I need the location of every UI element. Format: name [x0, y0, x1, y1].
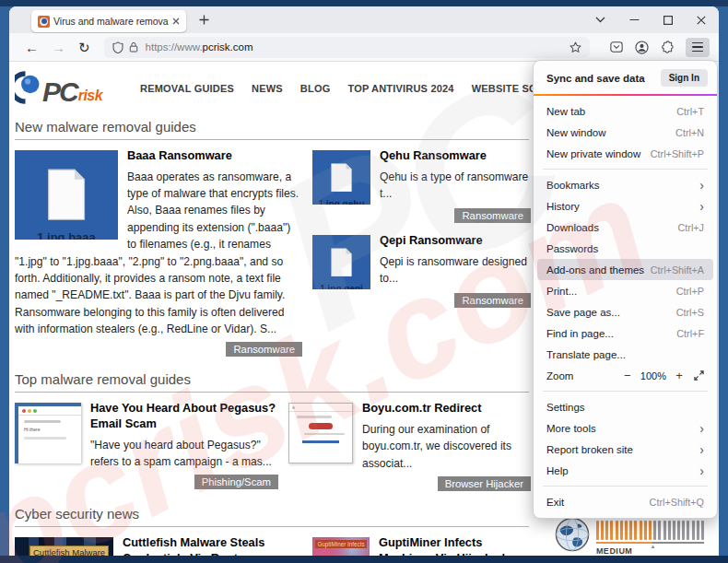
- category-badge[interactable]: Phishing/Scam: [194, 475, 278, 489]
- menu-item-new-window[interactable]: New windowCtrl+N: [534, 122, 717, 143]
- tab-close-icon[interactable]: [172, 18, 180, 25]
- tab-title: Virus and malware removal inst: [53, 16, 169, 27]
- menu-item-save-page-as[interactable]: Save page as...Ctrl+S: [534, 301, 717, 323]
- lock-icon[interactable]: [129, 41, 138, 53]
- fullscreen-icon[interactable]: [694, 370, 704, 381]
- menu-item-more-tools[interactable]: More tools›: [534, 417, 717, 439]
- browser-tab[interactable]: Virus and malware removal inst: [31, 10, 186, 32]
- menu-item-translate-page[interactable]: Translate page...: [534, 344, 717, 365]
- new-guides-row: 1.jpg.baaa Baaa Ransomware Baaa operates…: [15, 148, 531, 357]
- cuttlefish-thumbnail[interactable]: Cuttlefish Malware: [15, 537, 113, 556]
- menu-divider: [543, 169, 708, 170]
- menu-item-print[interactable]: Print...Ctrl+P: [534, 280, 717, 301]
- menu-item-find-in-page[interactable]: Find in page...Ctrl+F: [534, 323, 717, 344]
- zoom-out-button[interactable]: −: [620, 369, 635, 382]
- menu-item-report-broken-site[interactable]: Report broken site›: [534, 439, 717, 460]
- zoom-in-button[interactable]: +: [672, 369, 687, 382]
- tab-list-chevron-icon[interactable]: [595, 17, 605, 23]
- account-icon[interactable]: [635, 41, 649, 54]
- frame-border-bottom: [0, 556, 728, 563]
- submenu-arrow-icon: ›: [699, 464, 704, 477]
- nav-top-antivirus[interactable]: TOP ANTIVIRUS 2024: [347, 83, 453, 94]
- menu-item-new-private-window[interactable]: New private windowCtrl+Shift+P: [534, 143, 717, 164]
- news-row: Cuttlefish Malware Cuttlefish Malware St…: [15, 535, 531, 556]
- section-heading-top-guides: Top malware removal guides: [15, 371, 529, 393]
- category-badge[interactable]: Ransomware: [454, 293, 531, 308]
- logo-text-pc: PC: [42, 79, 77, 104]
- tab-bar: Virus and malware removal inst: [9, 6, 719, 33]
- navigation-toolbar: ← → ↻ https://www.pcrisk.com: [9, 33, 719, 62]
- nav-blog[interactable]: BLOG: [300, 83, 331, 94]
- qepi-thumbnail[interactable]: 1.jpg.qepi: [312, 235, 370, 289]
- frame-border-top: [0, 0, 728, 6]
- address-bar[interactable]: https://www.pcrisk.com: [104, 37, 590, 58]
- article-pegasus: Hi there Have You Heard About Pegasus? E…: [15, 401, 278, 491]
- nav-removal-guides[interactable]: REMOVAL GUIDES: [140, 83, 234, 94]
- app-menu-button[interactable]: [686, 38, 710, 57]
- pcrisk-logo-icon: [15, 71, 42, 104]
- boyu-thumbnail[interactable]: [288, 403, 353, 463]
- article-qepi: 1.jpg.qepi Qepi Ransomware Qepi is ranso…: [312, 233, 531, 308]
- zoom-value[interactable]: 100%: [640, 370, 666, 381]
- new-guides-side-column: 1.jpg.qehu Qehu Ransomware Qehu is a typ…: [302, 148, 531, 357]
- menu-item-passwords[interactable]: Passwords: [534, 238, 717, 259]
- new-tab-button[interactable]: [199, 15, 209, 25]
- article-cuttlefish: Cuttlefish Malware Cuttlefish Malware St…: [15, 535, 302, 556]
- maximize-button[interactable]: [663, 16, 673, 25]
- threat-gauge-marker: ▲: [650, 544, 655, 549]
- pcrisk-logo[interactable]: PC risk: [15, 71, 127, 104]
- tracking-shield-icon[interactable]: [112, 41, 123, 53]
- pcrisk-favicon-icon: [38, 16, 50, 28]
- guptiminer-thumb-label: GuptiMiner Infects: [315, 540, 367, 548]
- article-baaa: 1.jpg.baaa Baaa Ransomware Baaa operates…: [15, 148, 302, 357]
- menu-item-zoom: Zoom − 100% +: [534, 365, 717, 386]
- category-badge[interactable]: Browser Hijacker: [438, 476, 531, 491]
- reload-button[interactable]: ↻: [78, 41, 90, 54]
- site-navigation: REMOVAL GUIDES NEWS BLOG TOP ANTIVIRUS 2…: [140, 83, 573, 94]
- back-button[interactable]: ←: [25, 41, 39, 54]
- menu-item-addons-themes[interactable]: Add-ons and themesCtrl+Shift+A: [537, 259, 713, 280]
- article-boyu: Boyu.com.tr Redirect During our examinat…: [278, 401, 531, 491]
- baaa-thumb-caption: 1.jpg.baaa: [15, 230, 118, 240]
- menu-item-exit[interactable]: ExitCtrl+Shift+Q: [534, 491, 717, 512]
- file-icon: [329, 163, 353, 193]
- menu-item-new-tab[interactable]: New tabCtrl+T: [534, 100, 717, 122]
- bookmark-star-icon[interactable]: [569, 41, 581, 53]
- pegasus-thumb-text: Hi there: [24, 427, 81, 432]
- menu-item-history[interactable]: History›: [534, 195, 717, 217]
- menu-item-settings[interactable]: Settings: [534, 396, 717, 417]
- toolbar-right-icons: [610, 38, 710, 57]
- menu-item-bookmarks[interactable]: Bookmarks›: [534, 174, 717, 195]
- minimize-button[interactable]: [629, 15, 640, 25]
- menu-item-help[interactable]: Help›: [534, 460, 717, 481]
- article-guptiminer: GuptiMiner Infects GuptiMiner Infects Ma…: [302, 535, 531, 556]
- category-badge[interactable]: Ransomware: [226, 342, 302, 357]
- globe-icon: [555, 517, 590, 552]
- menu-item-sync[interactable]: Sync and save data Sign In: [534, 65, 717, 92]
- sign-in-button[interactable]: Sign In: [661, 69, 708, 87]
- category-badge[interactable]: Ransomware: [454, 208, 531, 223]
- qehu-thumb-caption: 1.jpg.qehu: [312, 199, 370, 205]
- pegasus-thumbnail[interactable]: Hi there: [15, 403, 81, 463]
- pocket-icon[interactable]: [610, 41, 623, 53]
- submenu-arrow-icon: ›: [699, 179, 704, 192]
- browser-window: Virus and malware removal inst: [9, 6, 719, 556]
- qehu-thumbnail[interactable]: 1.jpg.qehu: [312, 150, 370, 205]
- baaa-thumbnail[interactable]: 1.jpg.baaa: [15, 150, 118, 240]
- submenu-arrow-icon: ›: [699, 443, 704, 456]
- forward-button[interactable]: →: [52, 41, 65, 54]
- menu-divider: [543, 391, 708, 392]
- sync-label: Sync and save data: [546, 73, 645, 84]
- menu-gradient-divider: [534, 94, 717, 96]
- file-icon: [44, 169, 88, 220]
- guptiminer-thumbnail[interactable]: GuptiMiner Infects: [312, 537, 370, 556]
- close-window-button[interactable]: [697, 16, 706, 25]
- section-heading-news: Cyber security news: [15, 506, 529, 527]
- extensions-puzzle-icon[interactable]: [661, 41, 674, 53]
- url-text: https://www.pcrisk.com: [146, 41, 564, 53]
- menu-item-downloads[interactable]: DownloadsCtrl+J: [534, 217, 717, 238]
- main-content: New malware removal guides 1.jpg.baaa Ba…: [9, 119, 531, 556]
- menu-divider: [543, 486, 708, 487]
- nav-news[interactable]: NEWS: [252, 83, 283, 94]
- submenu-arrow-icon: ›: [699, 422, 704, 435]
